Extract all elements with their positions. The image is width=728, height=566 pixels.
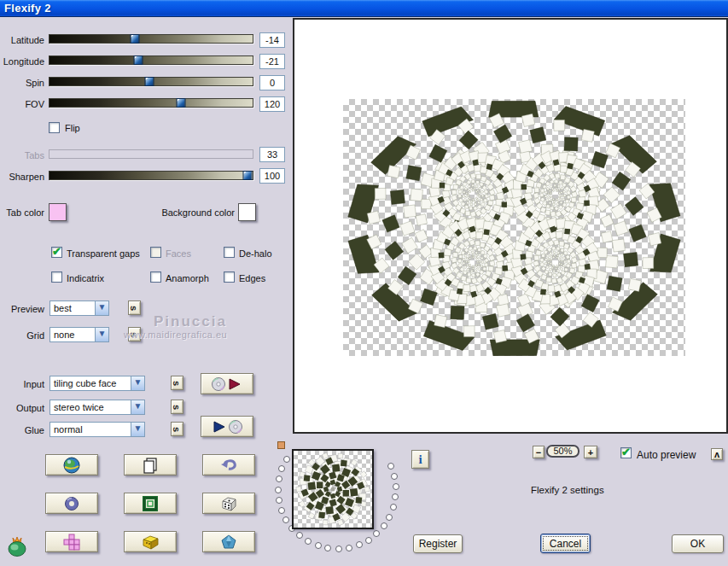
chevron-down-icon[interactable]: ▼ xyxy=(95,328,108,341)
indicatrix-label: Indicatrix xyxy=(67,273,104,283)
copy-pages-icon xyxy=(141,456,160,475)
preset-dot[interactable] xyxy=(278,465,285,472)
glue-select[interactable]: normal ▼ xyxy=(50,422,145,437)
preset-dot[interactable] xyxy=(335,546,342,552)
undo-button[interactable] xyxy=(202,454,255,476)
play-disc-button[interactable] xyxy=(201,416,253,437)
longitude-value[interactable]: -21 xyxy=(259,54,285,69)
proof-thumbnail[interactable] xyxy=(292,449,374,529)
unfolded-cube-icon xyxy=(61,533,83,551)
preset-dot[interactable] xyxy=(393,483,399,490)
preset-dot[interactable] xyxy=(365,537,372,544)
preset-dot[interactable] xyxy=(381,522,387,529)
preview-s-button[interactable]: s xyxy=(128,301,141,315)
sharpen-label: Sharpen xyxy=(0,172,44,183)
preset-dot[interactable] xyxy=(305,538,312,545)
indicatrix-checkbox[interactable] xyxy=(51,271,62,283)
gem-button[interactable] xyxy=(202,531,255,552)
spin-slider[interactable] xyxy=(49,77,253,86)
anamorph-checkbox[interactable] xyxy=(150,271,161,283)
preset-dot[interactable] xyxy=(276,497,282,504)
watermark-url: www.maidiregrafica.eu xyxy=(124,330,227,340)
input-s-button[interactable]: s xyxy=(171,376,183,390)
sharpen-slider-thumb[interactable] xyxy=(243,171,253,180)
fov-label: FOV xyxy=(0,99,44,110)
chevron-down-icon[interactable]: ▼ xyxy=(95,301,108,315)
ok-button[interactable]: OK xyxy=(672,534,724,553)
spin-slider-thumb[interactable] xyxy=(144,77,154,86)
info-button[interactable]: i xyxy=(411,450,429,469)
preview-select[interactable]: best ▼ xyxy=(50,301,109,316)
tab-color-label: Tab color xyxy=(0,207,44,219)
output-select[interactable]: stereo twice ▼ xyxy=(50,400,145,415)
preset-dot[interactable] xyxy=(324,545,331,551)
chevron-down-icon[interactable]: ▼ xyxy=(131,423,144,436)
transparent-gaps-checkbox[interactable]: ✔ xyxy=(51,247,62,258)
preset-dot[interactable] xyxy=(390,504,397,511)
preset-dot[interactable] xyxy=(346,545,352,551)
preset-dot[interactable] xyxy=(282,516,289,523)
preset-marker[interactable] xyxy=(277,441,285,449)
output-s-button[interactable]: s xyxy=(171,400,183,414)
title-bar[interactable]: Flexify 2 xyxy=(0,0,728,17)
register-button[interactable]: Register xyxy=(413,534,463,553)
preset-dot[interactable] xyxy=(315,542,322,549)
latitude-slider[interactable] xyxy=(49,34,253,44)
input-select-value: tiling cube face xyxy=(50,376,131,390)
input-select[interactable]: tiling cube face ▼ xyxy=(50,376,145,391)
latitude-value[interactable]: -14 xyxy=(259,32,285,48)
fov-slider-thumb[interactable] xyxy=(176,98,185,108)
preset-dot[interactable] xyxy=(373,530,380,537)
dehalo-checkbox[interactable] xyxy=(224,247,235,258)
background-color-swatch[interactable] xyxy=(238,203,256,221)
sharpen-slider[interactable] xyxy=(49,171,253,180)
preset-dot[interactable] xyxy=(296,532,303,539)
globe-button[interactable] xyxy=(45,454,98,476)
preset-dot[interactable] xyxy=(275,487,282,493)
frame-button[interactable] xyxy=(124,493,177,514)
tabs-value[interactable]: 33 xyxy=(259,147,285,162)
grid-select[interactable]: none ▼ xyxy=(50,327,109,342)
zoom-level: 50% xyxy=(546,445,579,458)
disc-play-button[interactable] xyxy=(201,373,253,394)
sharpen-value[interactable]: 100 xyxy=(259,168,285,184)
chevron-down-icon[interactable]: ▼ xyxy=(131,376,144,390)
longitude-slider-thumb[interactable] xyxy=(133,55,143,65)
preset-dot[interactable] xyxy=(283,456,290,463)
copy-button[interactable] xyxy=(124,454,177,476)
yellow-box-icon xyxy=(140,533,160,551)
longitude-slider[interactable] xyxy=(49,55,253,65)
chevron-down-icon[interactable]: ▼ xyxy=(131,400,144,414)
glue-s-button[interactable]: s xyxy=(171,422,183,436)
dice-button[interactable] xyxy=(202,493,255,514)
preset-dot[interactable] xyxy=(276,476,282,482)
auto-preview-checkbox[interactable]: ✔ xyxy=(620,447,632,458)
preset-dot[interactable] xyxy=(386,514,393,521)
tab-color-swatch[interactable] xyxy=(49,203,67,221)
zoom-out-button[interactable]: − xyxy=(533,446,545,458)
latitude-slider-thumb[interactable] xyxy=(130,34,139,44)
box-button[interactable] xyxy=(124,531,177,552)
edges-label: Edges xyxy=(239,273,265,283)
zoom-in-button[interactable]: + xyxy=(584,446,597,458)
flip-checkbox[interactable] xyxy=(49,122,60,133)
collapse-button[interactable]: ʌ xyxy=(711,448,723,460)
auto-preview-label: Auto preview xyxy=(637,449,696,461)
cancel-button[interactable]: Cancel xyxy=(540,534,591,553)
settings-text: Flexify 2 settings xyxy=(531,485,604,495)
preset-dot[interactable] xyxy=(391,473,398,480)
fov-slider[interactable] xyxy=(49,98,253,108)
undo-arrow-icon xyxy=(218,456,239,475)
unfold-cross-button[interactable] xyxy=(45,531,98,552)
flip-label: Flip xyxy=(65,123,80,133)
preset-dot[interactable] xyxy=(356,541,363,548)
preset-dot[interactable] xyxy=(278,507,285,514)
play-cd-icon xyxy=(210,419,244,435)
preset-dot[interactable] xyxy=(387,463,394,470)
fov-value[interactable]: 120 xyxy=(259,96,285,112)
spin-value[interactable]: 0 xyxy=(259,75,285,90)
preset-dot[interactable] xyxy=(392,493,399,500)
edges-checkbox[interactable] xyxy=(224,271,235,283)
torus-button[interactable] xyxy=(45,493,98,514)
tabs-label: Tabs xyxy=(0,150,44,161)
